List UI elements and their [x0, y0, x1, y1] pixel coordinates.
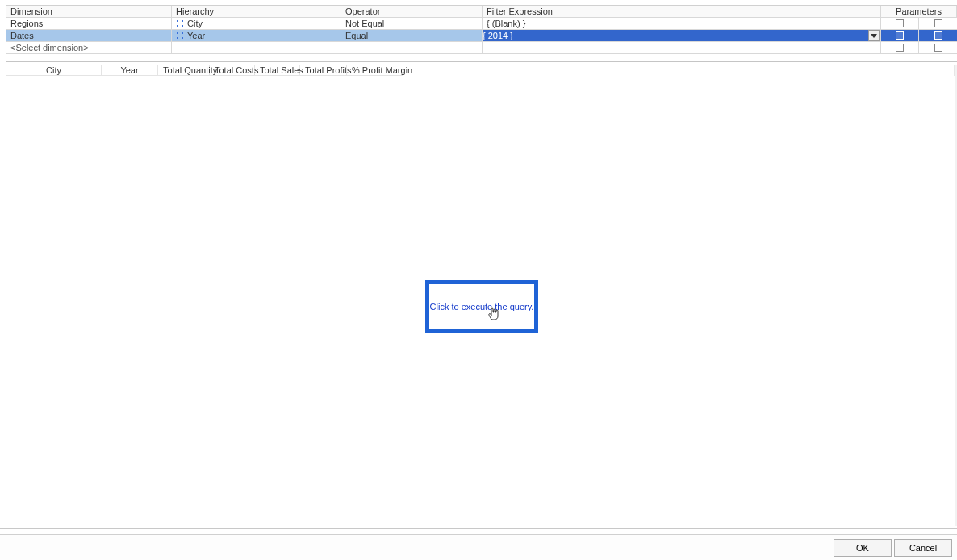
checkbox-icon: [934, 44, 942, 52]
cell-hierarchy-label: Year: [187, 30, 205, 41]
result-columns-header: City Year Total Quantity Total Costs Tot…: [6, 65, 403, 76]
cell-hierarchy[interactable]: Year: [172, 30, 341, 41]
col-year[interactable]: Year: [102, 65, 158, 75]
header-operator[interactable]: Operator: [341, 6, 483, 17]
checkbox-icon: [896, 19, 904, 27]
cell-param-checkbox-1[interactable]: [881, 18, 919, 29]
cell-param-checkbox-1[interactable]: [881, 30, 919, 41]
cell-filter-expression[interactable]: [483, 42, 881, 53]
cell-filter-expression[interactable]: [483, 30, 881, 41]
cell-operator[interactable]: [341, 42, 483, 53]
execute-query-box: Click to execute the query.: [425, 280, 538, 333]
query-preview-pane: Click to execute the query.: [6, 76, 955, 526]
left-gutter: [0, 65, 6, 526]
cell-param-checkbox-2[interactable]: [919, 18, 957, 29]
cell-operator[interactable]: Not Equal: [341, 18, 483, 29]
ok-button[interactable]: OK: [834, 539, 892, 557]
cell-hierarchy[interactable]: City: [172, 18, 341, 29]
dialog-footer: OK Cancel: [0, 534, 957, 560]
header-hierarchy[interactable]: Hierarchy: [172, 6, 341, 17]
filter-row[interactable]: Regions City Not Equal { (Blank) }: [6, 18, 957, 30]
cell-dimension[interactable]: Dates: [6, 30, 172, 41]
cell-hierarchy-label: City: [187, 18, 203, 29]
checkbox-icon: [934, 19, 942, 27]
cell-operator[interactable]: Equal: [341, 30, 483, 41]
cell-param-checkbox-2[interactable]: [919, 42, 957, 53]
col-total-sales[interactable]: Total Sales: [255, 65, 300, 75]
checkbox-icon: [896, 31, 904, 40]
execute-query-link[interactable]: Click to execute the query.: [430, 302, 534, 311]
cell-dimension-placeholder[interactable]: <Select dimension>: [6, 42, 172, 53]
col-profit-margin[interactable]: % Profit Margin: [347, 65, 403, 75]
col-total-quantity[interactable]: Total Quantity: [158, 65, 210, 75]
col-total-costs[interactable]: Total Costs: [210, 65, 255, 75]
filter-grid: Dimension Hierarchy Operator Filter Expr…: [6, 5, 957, 54]
header-filter-expression[interactable]: Filter Expression: [483, 6, 881, 17]
cell-hierarchy[interactable]: [172, 42, 341, 53]
footer-separator: [0, 528, 957, 533]
chevron-down-icon: [871, 34, 877, 38]
cell-filter-expression-value: { (Blank) }: [483, 18, 880, 29]
filter-expression-dropdown-button[interactable]: [868, 30, 880, 41]
checkbox-icon: [896, 44, 904, 52]
filter-expression-input[interactable]: [483, 30, 868, 41]
header-parameters[interactable]: Parameters: [881, 6, 957, 17]
hierarchy-icon: [176, 19, 184, 27]
cancel-button[interactable]: Cancel: [894, 539, 952, 557]
cell-param-checkbox-2[interactable]: [919, 30, 957, 41]
filter-grid-header-row: Dimension Hierarchy Operator Filter Expr…: [6, 6, 957, 18]
grid-bottom-border: [6, 61, 957, 62]
col-city[interactable]: City: [6, 65, 102, 75]
filter-row[interactable]: Dates Year Equal: [6, 30, 957, 42]
col-total-profits[interactable]: Total Profits: [300, 65, 347, 75]
checkbox-icon: [934, 31, 942, 40]
hierarchy-icon: [176, 31, 184, 40]
header-dimension[interactable]: Dimension: [6, 6, 172, 17]
cell-dimension[interactable]: Regions: [6, 18, 172, 29]
filter-row-new[interactable]: <Select dimension>: [6, 42, 957, 54]
cell-filter-expression[interactable]: { (Blank) }: [483, 18, 881, 29]
cell-param-checkbox-1[interactable]: [881, 42, 919, 53]
